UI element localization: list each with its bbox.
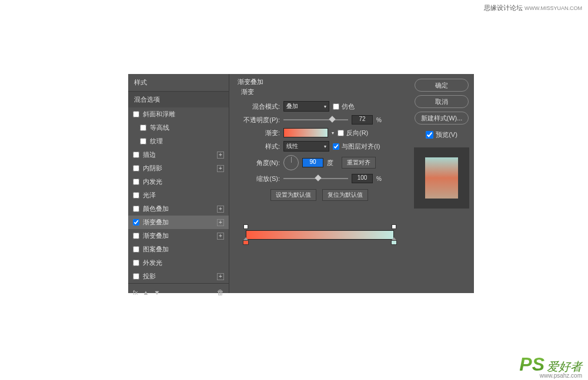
watermark-text: 思缘设计论坛: [484, 4, 523, 11]
down-arrow-icon[interactable]: ▼: [153, 289, 160, 296]
styles-header: 样式: [128, 74, 229, 92]
up-arrow-icon[interactable]: ▲: [143, 289, 149, 296]
blend-mode-select[interactable]: 叠加 ▾: [283, 101, 329, 112]
scale-input[interactable]: 100: [352, 174, 373, 183]
reset-align-button[interactable]: 重置对齐: [342, 157, 376, 169]
gradient-label: 渐变:: [238, 129, 280, 137]
set-default-button[interactable]: 设置为默认值: [270, 189, 316, 201]
style-item-10[interactable]: 图案叠加: [128, 243, 229, 256]
gradient-bar[interactable]: [246, 230, 394, 240]
right-column: 确定 取消 新建样式(W)... 预览(V): [409, 74, 474, 293]
blend-mode-row: 混合模式: 叠加 ▾ 仿色: [238, 101, 401, 112]
fx-icon[interactable]: fx: [133, 289, 138, 296]
style-checkbox[interactable]: [133, 246, 139, 253]
scale-pct: %: [376, 176, 382, 182]
plus-icon[interactable]: +: [217, 206, 224, 213]
styles-column: 样式 混合选项 斜面和浮雕等高线纹理描边+内阴影+内发光光泽颜色叠加+渐变叠加+…: [128, 74, 229, 293]
plus-icon[interactable]: +: [217, 273, 224, 280]
blend-mode-value: 叠加: [286, 102, 298, 110]
style-checkbox[interactable]: [140, 125, 146, 131]
style-label: 内阴影: [143, 164, 162, 173]
angle-input[interactable]: 90: [302, 158, 323, 167]
opacity-input[interactable]: 72: [352, 115, 373, 125]
align-checkbox[interactable]: 与图层对齐(I): [333, 142, 380, 151]
style-label: 投影: [143, 272, 156, 281]
style-checkbox[interactable]: [140, 138, 146, 144]
style-checkbox[interactable]: [133, 260, 139, 266]
preview-label: 预览(V): [436, 130, 457, 139]
style-checkbox[interactable]: [133, 219, 139, 226]
reverse-input[interactable]: [338, 130, 344, 136]
style-checkbox[interactable]: [133, 273, 139, 280]
style-label: 图案叠加: [143, 245, 169, 254]
style-item-0[interactable]: 斜面和浮雕: [128, 107, 229, 121]
style-checkbox[interactable]: [133, 233, 139, 239]
color-stop-right[interactable]: [391, 240, 397, 247]
style-item-5[interactable]: 内发光: [128, 175, 229, 189]
preview-checkbox[interactable]: 预览(V): [426, 130, 457, 139]
style-checkbox[interactable]: [133, 111, 139, 117]
scale-slider[interactable]: [283, 175, 348, 182]
style-select[interactable]: 线性 ▾: [283, 141, 329, 152]
gradient-row: 渐变: ▾ 反向(R): [238, 128, 401, 137]
chevron-down-icon: ▾: [324, 144, 326, 149]
plus-icon[interactable]: +: [217, 152, 224, 159]
section-title: 渐变叠加: [238, 78, 401, 86]
reverse-checkbox[interactable]: 反向(R): [338, 129, 368, 137]
preview-input[interactable]: [426, 131, 433, 139]
gradient-swatch[interactable]: [283, 128, 328, 137]
style-item-3[interactable]: 描边+: [128, 148, 229, 162]
style-checkbox[interactable]: [133, 206, 139, 212]
gradient-editor[interactable]: [246, 230, 394, 240]
style-item-6[interactable]: 光泽: [128, 189, 229, 202]
blend-options-row[interactable]: 混合选项: [128, 92, 229, 107]
style-label: 光泽: [143, 191, 156, 200]
angle-dial[interactable]: [283, 155, 299, 170]
chevron-down-icon: ▾: [324, 104, 326, 109]
scale-row: 缩放(S): 100 %: [238, 174, 401, 183]
reset-default-button[interactable]: 复位为默认值: [322, 189, 368, 201]
bottom-url: www.psahz.com: [540, 372, 582, 379]
scale-label: 缩放(S):: [238, 174, 280, 183]
style-item-7[interactable]: 颜色叠加+: [128, 202, 229, 216]
style-item-9[interactable]: 渐变叠加+: [128, 229, 229, 243]
style-label: 样式:: [238, 142, 280, 151]
trash-icon[interactable]: 🗑: [217, 288, 224, 297]
dither-input[interactable]: [333, 103, 339, 110]
dither-checkbox[interactable]: 仿色: [333, 102, 355, 111]
style-row: 样式: 线性 ▾ 与图层对齐(I): [238, 141, 401, 152]
preview-gradient: [425, 157, 458, 199]
style-checkbox[interactable]: [133, 192, 139, 199]
subsection-label: 渐变: [238, 88, 401, 96]
style-checkbox[interactable]: [133, 165, 139, 171]
opacity-stop-left[interactable]: [243, 224, 248, 229]
style-checkbox[interactable]: [133, 152, 139, 158]
opacity-slider[interactable]: [283, 116, 348, 123]
opacity-pct: %: [376, 117, 382, 123]
style-label: 外发光: [143, 258, 162, 267]
style-checkbox[interactable]: [133, 179, 139, 185]
watermark-url: WWW.MISSYUAN.COM: [524, 5, 582, 11]
cancel-button[interactable]: 取消: [415, 95, 469, 108]
plus-icon[interactable]: +: [217, 165, 224, 172]
style-item-4[interactable]: 内阴影+: [128, 162, 229, 175]
style-item-8[interactable]: 渐变叠加+: [128, 216, 229, 229]
style-item-12[interactable]: 投影+: [128, 270, 229, 283]
new-style-button[interactable]: 新建样式(W)...: [415, 112, 469, 125]
style-item-2[interactable]: 纹理: [128, 134, 229, 148]
plus-icon[interactable]: +: [217, 233, 224, 240]
opacity-stop-right[interactable]: [392, 224, 396, 229]
style-item-1[interactable]: 等高线: [128, 121, 229, 134]
color-stop-left[interactable]: [243, 240, 249, 247]
style-label: 内发光: [143, 177, 162, 186]
plus-icon[interactable]: +: [217, 219, 224, 226]
align-input[interactable]: [333, 143, 339, 150]
style-label: 渐变叠加: [143, 231, 169, 240]
style-item-11[interactable]: 外发光: [128, 256, 229, 270]
angle-label: 角度(N):: [238, 159, 280, 167]
blend-mode-label: 混合模式:: [238, 102, 280, 111]
style-label: 描边: [143, 150, 156, 159]
chevron-down-icon[interactable]: ▾: [332, 130, 334, 136]
angle-row: 角度(N): 90 度 重置对齐: [238, 155, 401, 170]
ok-button[interactable]: 确定: [415, 79, 469, 92]
